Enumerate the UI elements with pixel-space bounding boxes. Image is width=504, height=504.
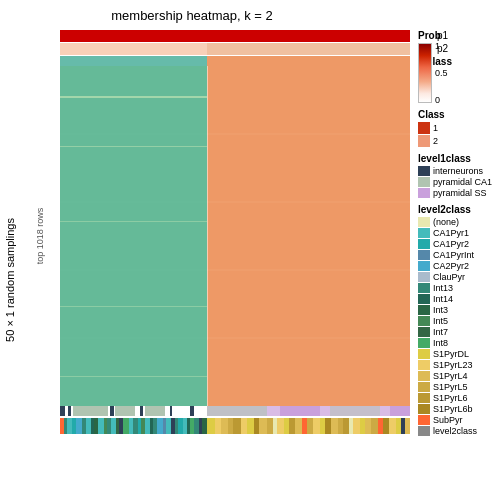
level1class-legend-section: level1class interneurons pyramidal CA1 p… <box>418 153 504 198</box>
svg-rect-52 <box>178 418 183 434</box>
svg-rect-39 <box>123 418 129 434</box>
svg-rect-40 <box>129 418 133 434</box>
svg-rect-34 <box>104 418 107 434</box>
level1-pyramidal-ss-label: pyramidal SS <box>433 188 487 198</box>
l2-int14-color <box>418 294 430 304</box>
svg-rect-46 <box>153 418 157 434</box>
class-2-color <box>418 135 430 147</box>
svg-rect-42 <box>138 418 141 434</box>
svg-rect-18 <box>145 406 165 416</box>
svg-rect-49 <box>166 418 171 434</box>
l2-ca1pyrint-color <box>418 250 430 260</box>
level1-pyramidal-ca1-label: pyramidal CA1 <box>433 177 492 187</box>
prob-min-label: 0 <box>435 95 440 105</box>
svg-rect-67 <box>259 418 267 434</box>
level1-interneurons-label: interneurons <box>433 166 483 176</box>
l2-s1pyrl5-color <box>418 382 430 392</box>
l2-s1pyrl23-color <box>418 360 430 370</box>
svg-rect-65 <box>247 418 254 434</box>
svg-rect-60 <box>215 418 221 434</box>
svg-rect-22 <box>330 406 380 416</box>
level1-interneurons-color <box>418 166 430 176</box>
svg-rect-43 <box>141 418 145 434</box>
svg-rect-87 <box>378 418 383 434</box>
svg-rect-85 <box>365 418 371 434</box>
prob-legend-section: Prob 1 0.5 0 <box>418 30 504 103</box>
svg-rect-82 <box>349 418 353 434</box>
l2-s1pyrdl-color <box>418 349 430 359</box>
level1class-legend-title: level1class <box>418 153 504 164</box>
svg-rect-33 <box>98 418 104 434</box>
class-2-item: 2 <box>418 135 504 147</box>
l2-ca2pyr2-color <box>418 261 430 271</box>
svg-rect-37 <box>116 418 119 434</box>
class-1-item: 1 <box>418 122 504 134</box>
class-1-color <box>418 122 430 134</box>
level1-interneurons-item: interneurons <box>418 166 504 176</box>
heatmap-svg <box>60 66 410 406</box>
level1-pyramidal-ca1-item: pyramidal CA1 <box>418 177 504 187</box>
svg-rect-59 <box>207 418 215 434</box>
svg-rect-50 <box>171 418 175 434</box>
svg-rect-32 <box>94 418 98 434</box>
level2class-bar <box>60 418 410 434</box>
svg-rect-76 <box>313 418 320 434</box>
l2-s1pyrl4-color <box>418 371 430 381</box>
svg-rect-79 <box>331 418 338 434</box>
svg-rect-5 <box>60 96 207 98</box>
svg-rect-55 <box>190 418 194 434</box>
svg-rect-14 <box>170 406 172 416</box>
p1-bar: p1 <box>60 30 410 42</box>
svg-rect-20 <box>207 406 267 416</box>
svg-rect-83 <box>353 418 360 434</box>
svg-rect-48 <box>163 418 166 434</box>
p2-bar: p2 <box>60 43 410 55</box>
l2-level2class-color <box>418 426 430 436</box>
svg-rect-25 <box>64 418 67 434</box>
svg-rect-6 <box>60 146 207 147</box>
svg-rect-64 <box>241 418 247 434</box>
svg-rect-77 <box>320 418 325 434</box>
svg-rect-26 <box>67 418 72 434</box>
level2class-legend-section: level2class (none) CA1Pyr1 CA1Pyr2 CA1Py… <box>418 204 504 436</box>
class-legend-section: Class 1 2 <box>418 109 504 147</box>
svg-rect-8 <box>60 306 207 307</box>
svg-rect-66 <box>254 418 259 434</box>
svg-rect-24 <box>60 418 64 434</box>
svg-rect-17 <box>115 406 135 416</box>
l2-none-color <box>418 217 430 227</box>
svg-rect-11 <box>68 406 71 416</box>
svg-rect-61 <box>221 418 228 434</box>
svg-rect-9 <box>60 376 207 377</box>
l2-int5-color <box>418 316 430 326</box>
level1-pyramidal-ca1-color <box>418 177 430 187</box>
l2-int8-color <box>418 338 430 348</box>
chart-container: membership heatmap, k = 2 50 × 1 random … <box>0 0 504 504</box>
level1-pyramidal-ss-item: pyramidal SS <box>418 188 504 198</box>
svg-rect-84 <box>360 418 365 434</box>
l2-claupyr-color <box>418 272 430 282</box>
svg-rect-35 <box>107 418 111 434</box>
legend: Prob 1 0.5 0 Class 1 2 <box>418 30 504 442</box>
svg-rect-56 <box>194 418 199 434</box>
svg-rect-31 <box>91 418 94 434</box>
svg-rect-75 <box>307 418 313 434</box>
svg-rect-7 <box>60 221 207 222</box>
svg-rect-10 <box>60 406 65 416</box>
svg-rect-63 <box>233 418 241 434</box>
svg-rect-81 <box>343 418 349 434</box>
svg-rect-72 <box>289 418 295 434</box>
svg-rect-15 <box>190 406 194 416</box>
svg-rect-47 <box>157 418 163 434</box>
svg-rect-69 <box>273 418 277 434</box>
svg-rect-4 <box>60 66 207 406</box>
svg-rect-92 <box>405 418 410 434</box>
l2-ca1pyr2-color <box>418 239 430 249</box>
svg-rect-45 <box>150 418 153 434</box>
svg-rect-28 <box>76 418 82 434</box>
svg-rect-62 <box>228 418 233 434</box>
prob-gradient <box>418 43 432 103</box>
l2-int13-color <box>418 283 430 293</box>
svg-rect-86 <box>371 418 378 434</box>
prob-max-label: 1 <box>435 41 440 51</box>
